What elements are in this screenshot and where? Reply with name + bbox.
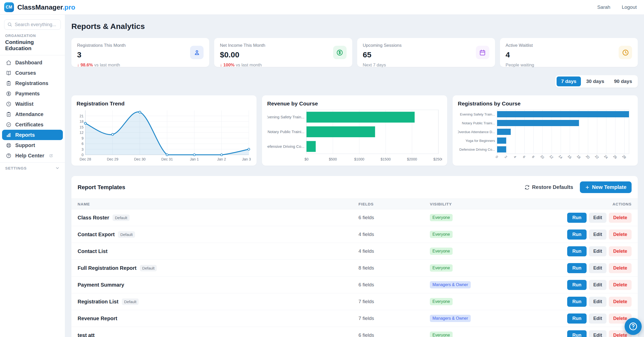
column-actions: ACTIONS: [612, 202, 632, 206]
delete-button[interactable]: Delete: [609, 213, 632, 223]
stat-subtext: People waiting: [506, 63, 632, 68]
range-90-days[interactable]: 90 days: [610, 76, 636, 86]
svg-text:$0: $0: [304, 157, 309, 161]
svg-text:16: 16: [567, 154, 572, 159]
restore-defaults-button[interactable]: Restore Defaults: [525, 184, 573, 190]
sidebar-item-label: Registrations: [15, 80, 48, 86]
run-button[interactable]: Run: [567, 246, 587, 256]
table-row: Full Registration ReportDefault8 fieldsE…: [71, 260, 638, 277]
table-body: Class RosterDefault6 fieldsEveryoneRunEd…: [71, 209, 638, 337]
table-row: Contact ExportDefault4 fieldsEveryoneRun…: [71, 226, 638, 243]
edit-button[interactable]: Edit: [589, 213, 606, 223]
sidebar-item-support[interactable]: Support: [2, 140, 63, 150]
chart-title: Revenue by Course: [267, 101, 442, 107]
help-button[interactable]: [625, 318, 642, 335]
registration-trend-card: Registration Trend 036912151821Dec 28Dec…: [71, 95, 257, 166]
table-row: test att6 fieldsEveryoneRunEditDelete: [71, 327, 638, 337]
svg-text:18: 18: [576, 154, 581, 159]
table-row: Revenue Report7 fieldsManagers & OwnerRu…: [71, 310, 638, 327]
delete-button[interactable]: Delete: [609, 280, 632, 290]
delete-button[interactable]: Delete: [609, 229, 632, 240]
template-name: Class Roster: [78, 215, 109, 221]
svg-text:8: 8: [531, 155, 535, 159]
sidebar-item-attendance[interactable]: Attendance: [2, 109, 63, 119]
fields-count: 6 fields: [358, 215, 430, 220]
sidebar-item-reports[interactable]: Reports: [2, 130, 63, 140]
sidebar-item-payments[interactable]: Payments: [2, 88, 63, 99]
brand[interactable]: CM ClassManager.pro: [4, 2, 75, 12]
user-menu-link[interactable]: Sarah: [597, 4, 610, 10]
delete-button[interactable]: Delete: [609, 297, 632, 307]
default-badge: Default: [122, 298, 139, 305]
svg-text:Dec 28: Dec 28: [80, 157, 91, 161]
template-name: Payment Summary: [78, 282, 124, 288]
svg-text:22: 22: [594, 154, 600, 159]
run-button[interactable]: Run: [567, 313, 587, 324]
default-badge: Default: [113, 215, 130, 221]
refresh-icon: [525, 185, 530, 190]
svg-text:28: 28: [621, 154, 627, 159]
bar-chart-icon: [6, 132, 11, 138]
edit-button[interactable]: Edit: [589, 280, 606, 290]
sidebar: ORGANIZATION Continuing Education Dashbo…: [0, 15, 65, 337]
edit-button[interactable]: Edit: [589, 246, 606, 256]
run-button[interactable]: Run: [567, 263, 587, 273]
edit-button[interactable]: Edit: [589, 229, 606, 240]
svg-text:14: 14: [558, 154, 563, 159]
edit-button[interactable]: Edit: [589, 263, 606, 273]
search-input[interactable]: [4, 19, 61, 30]
range-7-days[interactable]: 7 days: [557, 76, 581, 86]
stat-subtext: Next 7 days: [363, 63, 489, 68]
edit-button[interactable]: Edit: [589, 297, 606, 307]
range-30-days[interactable]: 30 days: [582, 76, 609, 86]
stat-card-net-income-this-month: Net Income This Month$0.00↓ 100% vs last…: [214, 38, 352, 67]
chart-title: Registration Trend: [77, 101, 251, 107]
edit-button[interactable]: Edit: [589, 313, 606, 324]
edit-button[interactable]: Edit: [589, 330, 606, 337]
stats-grid: Registrations This Month3↓ 98.6% vs last…: [71, 38, 638, 67]
registration-trend-chart: 036912151821Dec 28Dec 29Dec 30Dec 31Jan …: [77, 108, 251, 163]
registrations-by-course-card: Registrations by Course Evening Safety T…: [453, 95, 638, 166]
svg-text:0: 0: [81, 153, 84, 157]
sidebar-item-dashboard[interactable]: Dashboard: [2, 57, 63, 68]
delete-button[interactable]: Delete: [609, 263, 632, 273]
organization-label: ORGANIZATION: [5, 34, 60, 38]
run-button[interactable]: Run: [567, 297, 587, 307]
run-button[interactable]: Run: [567, 213, 587, 223]
logout-link[interactable]: Logout: [622, 4, 637, 10]
book-icon: [6, 70, 11, 76]
new-template-button[interactable]: New Template: [580, 181, 632, 193]
svg-text:18: 18: [79, 119, 84, 124]
sidebar-item-waitlist[interactable]: Waitlist: [2, 99, 63, 109]
external-link-icon: [49, 154, 53, 158]
run-button[interactable]: Run: [567, 330, 587, 337]
settings-toggle[interactable]: SETTINGS: [5, 166, 60, 170]
plus-icon: [585, 185, 590, 190]
sidebar-item-label: Support: [15, 142, 35, 148]
sidebar-item-label: Payments: [15, 91, 40, 97]
stat-value: 65: [363, 50, 489, 59]
sidebar-item-registrations[interactable]: Registrations: [2, 78, 63, 88]
sidebar-item-certificates[interactable]: Certificates: [2, 119, 63, 130]
sidebar-item-help-center[interactable]: Help Center: [2, 150, 63, 161]
delete-button[interactable]: Delete: [609, 246, 632, 256]
sidebar-item-courses[interactable]: Courses: [2, 68, 63, 78]
table-header: NAME FIELDS VISIBILITY ACTIONS: [71, 198, 638, 209]
visibility-badge: Everyone: [430, 231, 453, 238]
svg-text:$1000: $1000: [354, 157, 364, 161]
svg-text:Evening Safety Train...: Evening Safety Train...: [267, 115, 304, 119]
fields-count: 4 fields: [358, 232, 430, 237]
template-name: Registration List: [78, 299, 118, 305]
fields-count: 7 fields: [358, 316, 430, 321]
table-row: Contact List4 fieldsEveryoneRunEditDelet…: [71, 243, 638, 260]
run-button[interactable]: Run: [567, 229, 587, 240]
stat-label: Registrations This Month: [77, 43, 204, 48]
visibility-badge: Everyone: [430, 248, 453, 255]
registrations-by-course-chart: Evening Safety Train...Notary Public Tra…: [458, 108, 633, 163]
fields-count: 8 fields: [358, 265, 430, 271]
run-button[interactable]: Run: [567, 280, 587, 290]
visibility-badge: Everyone: [430, 264, 453, 272]
topbar: CM ClassManager.pro Sarah Logout: [0, 0, 644, 15]
template-name: Contact Export: [78, 232, 115, 238]
svg-text:Jan 3: Jan 3: [242, 157, 251, 161]
